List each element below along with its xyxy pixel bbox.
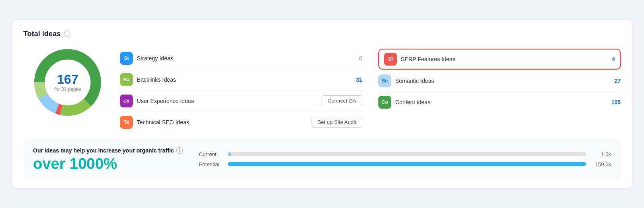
info-icon[interactable]: i bbox=[64, 31, 70, 37]
strategy-badge: St bbox=[120, 52, 133, 65]
traffic-label-container: Our ideas may help you increase your org… bbox=[33, 147, 183, 171]
technical-badge: Te bbox=[120, 116, 133, 129]
donut-chart bbox=[31, 46, 104, 119]
idea-row-ux: Ux User Experience Ideas Connect GA bbox=[120, 91, 362, 112]
card-title: Total Ideas bbox=[23, 30, 61, 38]
ideas-right-col: Sf SERP Features Ideas 4 Se Semantic Ide… bbox=[378, 48, 621, 133]
serp-name: SERP Features Ideas bbox=[401, 56, 599, 62]
main-content: 167 for 31 pages St Strategy Ideas 0 Ba … bbox=[23, 46, 621, 133]
traffic-percent: over 1000% bbox=[33, 156, 183, 171]
traffic-info-icon[interactable]: i bbox=[176, 147, 183, 154]
idea-row-serp[interactable]: Sf SERP Features Ideas 4 bbox=[378, 49, 621, 70]
backlinks-count: 31 bbox=[350, 76, 362, 83]
strategy-count: 0 bbox=[350, 55, 362, 62]
idea-row-technical: Te Technical SEO Ideas Set up Site Audit bbox=[120, 112, 362, 133]
current-bar-fill bbox=[228, 152, 231, 156]
content-count: 105 bbox=[609, 99, 621, 105]
ux-name: User Experience Ideas bbox=[137, 98, 318, 104]
donut-chart-container: 167 for 31 pages bbox=[23, 46, 112, 119]
semantic-count: 27 bbox=[609, 78, 621, 84]
ideas-left-col: St Strategy Ideas 0 Ba Backlinks Ideas 3… bbox=[120, 48, 362, 133]
current-value: 1.5k bbox=[591, 151, 611, 157]
strategy-name: Strategy Ideas bbox=[137, 55, 346, 62]
bottom-section: Our ideas may help you increase your org… bbox=[23, 140, 621, 179]
idea-row-strategy: St Strategy Ideas 0 bbox=[120, 48, 362, 69]
content-badge: Co bbox=[378, 96, 391, 109]
technical-name: Technical SEO Ideas bbox=[137, 119, 308, 126]
idea-row-semantic: Se Semantic Ideas 27 bbox=[378, 70, 621, 92]
total-ideas-card: Total Ideas i 167 for 31 pages bbox=[12, 20, 632, 188]
idea-row-backlinks: Ba Backlinks Ideas 31 bbox=[120, 69, 362, 91]
potential-bar-row: Potential 159.5k bbox=[199, 161, 611, 167]
potential-bar-fill bbox=[228, 162, 586, 166]
potential-bar-track bbox=[228, 162, 586, 166]
current-bar-row: Current 1.5k bbox=[199, 151, 611, 157]
traffic-headline: Our ideas may help you increase your org… bbox=[33, 147, 183, 154]
traffic-bars: Current 1.5k Potential 159.5k bbox=[199, 151, 611, 167]
connect-ga-button[interactable]: Connect GA bbox=[322, 95, 362, 106]
potential-value: 159.5k bbox=[591, 161, 611, 167]
ideas-grid: St Strategy Ideas 0 Ba Backlinks Ideas 3… bbox=[112, 46, 621, 133]
backlinks-name: Backlinks Ideas bbox=[137, 76, 346, 83]
current-label: Current bbox=[199, 151, 223, 157]
idea-row-content: Co Content Ideas 105 bbox=[378, 92, 621, 113]
potential-label: Potential bbox=[199, 161, 223, 167]
site-audit-button[interactable]: Set up Site Audit bbox=[312, 117, 362, 128]
backlinks-badge: Ba bbox=[120, 73, 133, 86]
content-name: Content Ideas bbox=[395, 99, 605, 105]
semantic-badge: Se bbox=[378, 74, 391, 87]
serp-badge: Sf bbox=[384, 53, 397, 66]
current-bar-track bbox=[228, 152, 586, 156]
serp-count: 4 bbox=[603, 56, 615, 62]
ux-badge: Ux bbox=[120, 95, 133, 107]
semantic-name: Semantic Ideas bbox=[395, 78, 605, 84]
card-header: Total Ideas i bbox=[23, 30, 621, 38]
